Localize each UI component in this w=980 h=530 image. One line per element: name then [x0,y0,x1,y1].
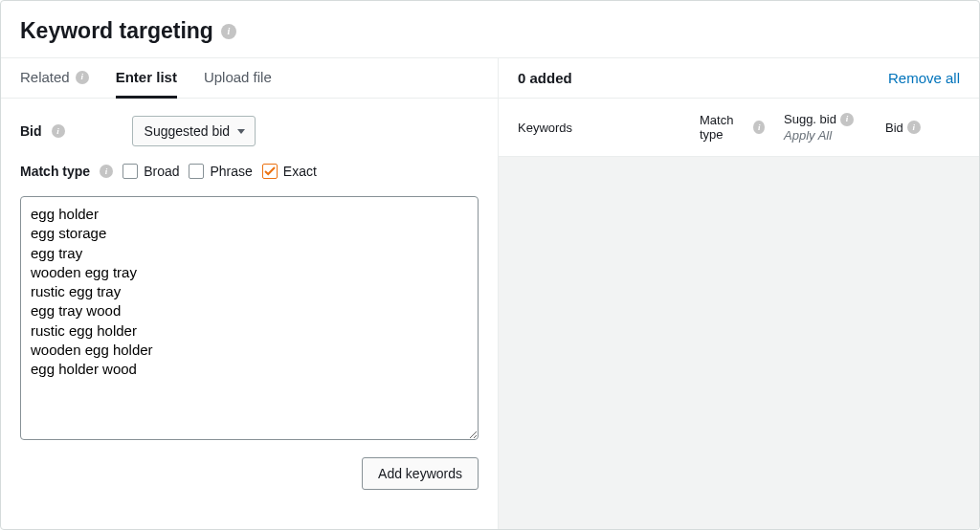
chevron-down-icon [237,129,245,134]
checkbox-phrase[interactable]: Phrase [189,164,252,179]
col-sugg-bid: Sugg. bid i Apply All [784,112,866,143]
apply-all-link[interactable]: Apply All [784,128,866,143]
checkbox-box [262,164,278,179]
col-match-type: Match type i [700,113,765,142]
col-keywords: Keywords [518,121,680,135]
tab-related[interactable]: Related i [20,59,89,99]
checkbox-label: Phrase [210,164,252,179]
checkbox-label: Broad [144,164,179,179]
col-label: Keywords [518,121,572,135]
bid-row: Bid i Suggested bid [20,116,479,146]
match-type-row: Match type i Broad Phrase [20,164,479,179]
panel-title: Keyword targeting [20,18,213,44]
tab-label: Upload file [204,69,272,85]
checkbox-broad[interactable]: Broad [122,164,179,179]
checkbox-label: Exact [283,164,317,179]
tab-label: Enter list [116,69,177,85]
col-label: Bid [885,121,903,135]
tab-enter-list[interactable]: Enter list [116,59,177,99]
checkbox-box [189,164,204,179]
info-icon[interactable]: i [100,165,113,178]
bid-select[interactable]: Suggested bid [132,116,256,146]
col-label: Match type [700,113,749,142]
col-bid: Bid i [885,121,933,135]
tabs: Related i Enter list Upload file [1,58,498,99]
column-headers: Keywords Match type i Sugg. bid i Apply … [499,99,979,157]
checkbox-box [122,164,138,179]
left-pane: Related i Enter list Upload file Bid i S… [1,58,499,529]
bid-selected: Suggested bid [145,123,231,139]
info-icon[interactable]: i [52,124,65,138]
keyword-targeting-panel: Keyword targeting i Related i Enter list… [0,0,980,530]
add-keywords-button[interactable]: Add keywords [362,457,479,490]
col-label: Sugg. bid [784,112,836,126]
bid-label: Bid [20,123,42,139]
added-count: 0 added [518,70,572,86]
tab-label: Related [20,69,70,85]
info-icon[interactable]: i [907,121,921,134]
keywords-textarea[interactable] [20,196,479,440]
remove-all-link[interactable]: Remove all [888,70,960,86]
info-icon: i [76,71,89,84]
button-row: Add keywords [20,457,479,490]
checkbox-exact[interactable]: Exact [262,164,317,179]
info-icon[interactable]: i [221,24,236,39]
panel-header: Keyword targeting i [1,1,979,57]
form-area: Bid i Suggested bid Match type i [1,99,498,507]
info-icon[interactable]: i [840,113,854,126]
tab-upload-file[interactable]: Upload file [204,59,272,99]
added-header: 0 added Remove all [499,58,979,99]
right-pane: 0 added Remove all Keywords Match type i… [499,58,979,529]
info-icon[interactable]: i [753,121,765,134]
match-type-label: Match type [20,164,90,179]
panel-body: Related i Enter list Upload file Bid i S… [1,57,979,529]
